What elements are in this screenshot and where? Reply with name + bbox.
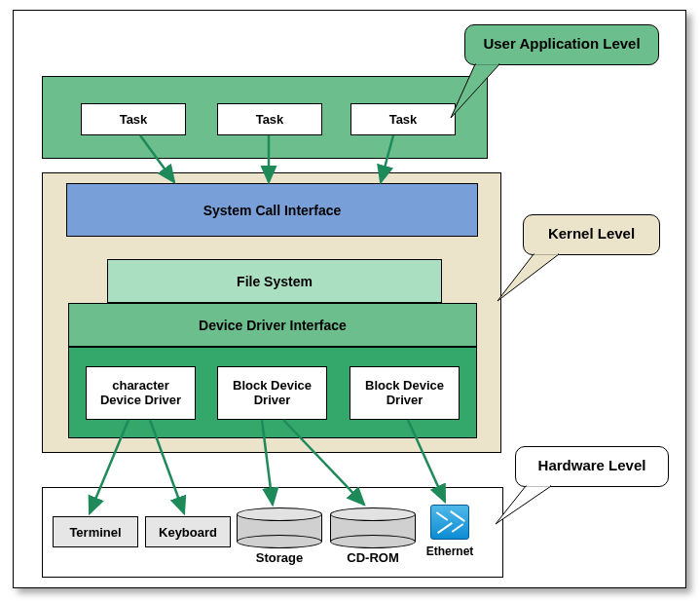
block1-l2: Driver bbox=[254, 394, 291, 408]
diagram-frame: User Application Level Task Task Task Ke… bbox=[13, 10, 686, 588]
callout-hardware-label: Hardware Level bbox=[538, 457, 646, 473]
block2-l1: Block Device bbox=[365, 379, 444, 394]
task-label-2: Task bbox=[256, 112, 284, 127]
user-app-container: Task Task Task bbox=[42, 76, 488, 159]
task-box-3: Task bbox=[350, 103, 456, 135]
file-system-label: File System bbox=[237, 274, 313, 289]
terminal-label: Terminel bbox=[69, 525, 121, 540]
callout-user-app-label: User Application Level bbox=[483, 35, 640, 52]
storage-cylinder: Storage bbox=[237, 507, 322, 548]
ethernet-label: Ethernet bbox=[419, 545, 481, 558]
system-call-interface-box: System Call Interface bbox=[66, 183, 478, 237]
storage-label: Storage bbox=[237, 550, 322, 565]
file-system-box: File System bbox=[107, 259, 442, 303]
callout-kernel-label: Kernel Level bbox=[548, 225, 635, 242]
char-device-driver-box: character Device Driver bbox=[86, 366, 196, 420]
char-driver-l2: Device Driver bbox=[100, 394, 181, 408]
diagram-canvas: User Application Level Task Task Task Ke… bbox=[0, 0, 700, 601]
system-call-label: System Call Interface bbox=[203, 203, 342, 218]
block-device-driver-box-1: Block Device Driver bbox=[217, 366, 327, 420]
ethernet-icon bbox=[430, 505, 469, 540]
svg-marker-4 bbox=[496, 486, 551, 524]
keyboard-box: Keyboard bbox=[145, 516, 231, 547]
task-label-3: Task bbox=[389, 112, 418, 127]
task-label-1: Task bbox=[120, 112, 148, 127]
device-driver-container: character Device Driver Block Device Dri… bbox=[68, 347, 477, 438]
callout-user-app-level: User Application Level bbox=[464, 24, 659, 65]
char-driver-l1: character bbox=[112, 379, 169, 394]
keyboard-label: Keyboard bbox=[159, 525, 217, 540]
cdrom-label: CD-ROM bbox=[330, 550, 416, 565]
block2-l2: Driver bbox=[387, 394, 424, 408]
task-box-2: Task bbox=[217, 103, 322, 135]
callout-hardware-level: Hardware Level bbox=[515, 446, 669, 487]
callout-kernel-level: Kernel Level bbox=[523, 214, 660, 255]
device-driver-interface-label: Device Driver Interface bbox=[199, 318, 347, 333]
svg-marker-2 bbox=[497, 254, 559, 301]
device-driver-interface-box: Device Driver Interface bbox=[68, 303, 477, 347]
block-device-driver-box-2: Block Device Driver bbox=[350, 366, 460, 420]
terminal-box: Terminel bbox=[53, 516, 138, 547]
task-box-1: Task bbox=[81, 103, 186, 135]
cdrom-cylinder: CD-ROM bbox=[330, 507, 416, 548]
block1-l1: Block Device bbox=[233, 379, 312, 394]
